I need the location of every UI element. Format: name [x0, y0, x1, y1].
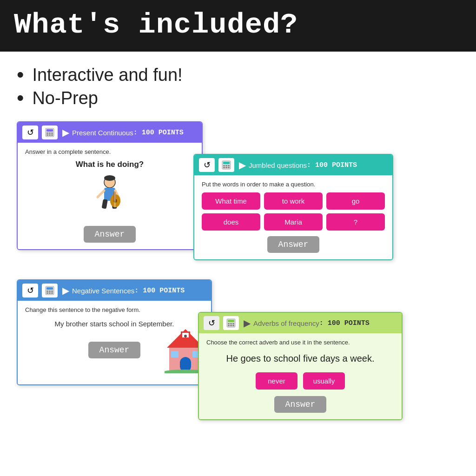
card1-points: : 100 POINTS: [133, 129, 184, 137]
card1-back-button[interactable]: ↺: [22, 126, 38, 139]
card-present-continuous: ↺ ▶ Present Continuous : 100 POI: [17, 121, 203, 250]
card2-word-grid: What time to work go does Maria ?: [202, 192, 385, 231]
svg-rect-33: [46, 292, 48, 294]
svg-rect-4: [51, 132, 53, 134]
card1-calc-icon: [42, 126, 58, 139]
adverb-btn-never[interactable]: never: [256, 372, 298, 390]
svg-rect-34: [49, 292, 51, 294]
main-content: Interactive and fun! No-Prep ↺: [0, 52, 476, 447]
svg-rect-30: [46, 291, 48, 292]
word-btn-5[interactable]: ?: [326, 213, 385, 231]
svg-rect-2: [46, 132, 48, 134]
word-btn-4[interactable]: Maria: [264, 213, 323, 231]
page-title: What's included?: [14, 8, 298, 41]
svg-point-39: [184, 335, 187, 337]
card4-calc-icon: [223, 316, 239, 330]
svg-rect-23: [225, 165, 227, 166]
svg-rect-25: [223, 167, 225, 168]
card2-back-button[interactable]: ↺: [199, 158, 215, 172]
svg-rect-31: [49, 291, 51, 292]
card4-sentence: He goes to school five days a week.: [206, 353, 394, 364]
card4-word-row: never usually: [206, 372, 394, 390]
svg-rect-48: [228, 323, 230, 324]
card1-body: Answer in a complete sentence. What is h…: [18, 143, 202, 249]
card3-calc-icon: [42, 284, 58, 298]
card1-title: Present Continuous: [72, 129, 133, 137]
svg-line-13: [98, 191, 104, 197]
svg-rect-32: [51, 291, 53, 292]
card2-body: Put the words in order to make a questio…: [194, 175, 392, 259]
word-btn-1[interactable]: to work: [264, 192, 323, 210]
bullet-list: Interactive and fun! No-Prep: [17, 65, 459, 108]
svg-rect-24: [228, 165, 230, 166]
svg-rect-6: [49, 134, 51, 136]
svg-rect-50: [232, 323, 234, 324]
svg-rect-47: [228, 320, 234, 322]
word-btn-2[interactable]: go: [326, 192, 385, 210]
svg-rect-21: [223, 162, 230, 164]
card-adverbs-frequency: ↺ ▶ Adverbs of frequency : 100 P: [198, 312, 403, 420]
word-btn-3[interactable]: does: [202, 213, 260, 231]
card2-header: ↺ ▶ Jumbled questions : 100 POIN: [194, 155, 392, 175]
card3-title: Negative Sentences: [72, 287, 134, 295]
card4-header: ↺ ▶ Adverbs of frequency : 100 P: [199, 313, 402, 333]
card4-points: : 100 POINTS: [319, 319, 370, 327]
svg-rect-5: [46, 134, 48, 136]
svg-rect-35: [51, 292, 53, 294]
svg-rect-51: [228, 325, 230, 326]
adverb-btn-usually[interactable]: usually: [303, 372, 345, 390]
card3-back-button[interactable]: ↺: [22, 284, 38, 298]
card3-instruction: Change this sentence to the negative for…: [25, 306, 204, 313]
card1-question: What is he doing?: [25, 160, 194, 169]
word-btn-0[interactable]: What time: [202, 192, 260, 210]
svg-rect-49: [230, 323, 232, 324]
svg-rect-3: [49, 132, 51, 134]
svg-rect-52: [230, 325, 232, 326]
svg-rect-26: [225, 167, 227, 168]
card2-calc-icon: [218, 158, 234, 172]
card1-header: ↺ ▶ Present Continuous : 100 POI: [18, 122, 202, 143]
cards-area: ↺ ▶ Present Continuous : 100 POI: [17, 121, 459, 437]
card4-body: Choose the correct adverb and use it in …: [199, 333, 402, 419]
card1-character: [25, 174, 194, 220]
svg-rect-42: [171, 351, 178, 357]
card2-instruction: Put the words in order to make a questio…: [202, 181, 385, 188]
card4-back-button[interactable]: ↺: [204, 316, 219, 330]
card2-title: Jumbled questions: [249, 161, 307, 169]
card1-instruction: Answer in a complete sentence.: [25, 148, 194, 155]
svg-rect-53: [232, 325, 234, 326]
svg-rect-11: [102, 199, 108, 209]
svg-rect-7: [51, 134, 53, 136]
card2-points: : 100 POINTS: [307, 161, 357, 169]
bullet-item-1: Interactive and fun!: [17, 65, 459, 85]
svg-rect-22: [223, 165, 225, 166]
card4-title: Adverbs of frequency: [253, 319, 319, 327]
svg-rect-29: [46, 287, 53, 290]
svg-point-9: [104, 175, 115, 181]
card1-answer-button[interactable]: Answer: [84, 226, 136, 243]
card4-answer-button[interactable]: Answer: [274, 396, 327, 413]
bullet-item-2: No-Prep: [17, 88, 459, 108]
card2-answer-button[interactable]: Answer: [267, 236, 320, 253]
card-negative-sentences: ↺ ▶ Negative Sentences : 100 POI: [17, 279, 212, 385]
svg-rect-27: [228, 167, 230, 168]
card3-points: : 100 POINTS: [134, 287, 185, 295]
card4-instruction: Choose the correct adverb and use it in …: [206, 339, 394, 346]
card3-body: Change this sentence to the negative for…: [18, 301, 211, 384]
card3-header: ↺ ▶ Negative Sentences : 100 POI: [18, 280, 211, 301]
page-header: What's included?: [0, 0, 476, 52]
svg-rect-1: [46, 129, 53, 132]
card-jumbled-questions: ↺ ▶ Jumbled questions : 100 POIN: [193, 154, 393, 260]
card3-answer-button[interactable]: Answer: [88, 342, 141, 358]
